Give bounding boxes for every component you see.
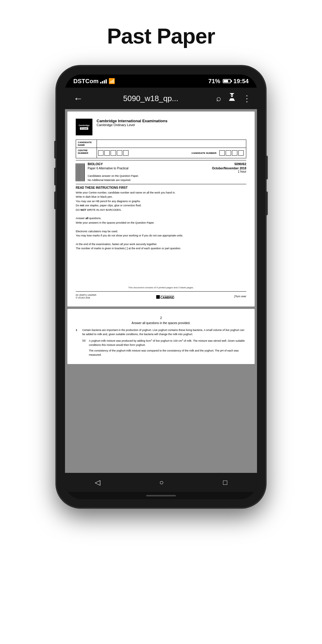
exam-paper-row: Paper 6 Alternative to Practical October… <box>88 167 246 173</box>
wifi-icon: 📶 <box>109 78 115 84</box>
instr-3: You may use an HB pencil for any diagram… <box>76 199 246 203</box>
exam-duration: 1 hour <box>212 170 246 173</box>
footer-ucles: © UCLES 2018 <box>76 296 96 299</box>
page2-instructions: Answer all questions in the spaces provi… <box>76 321 246 325</box>
svg-text:International Examinations: International Examinations <box>160 295 174 296</box>
instr-10: At the end of the examination, fasten al… <box>76 242 246 246</box>
instr-5: DO NOT WRITE IN ANY BARCODES. <box>76 208 246 212</box>
instructions-list: Write your Centre number, candidate numb… <box>76 191 246 250</box>
footer-dc: DC (KN/FC) 144250/5 <box>76 294 96 297</box>
back-button[interactable]: ← <box>71 92 85 105</box>
candidate-number-boxes <box>218 149 245 157</box>
cambridge-sub-title: Cambridge Ordinary Level <box>97 123 168 127</box>
signal-icon <box>100 79 107 83</box>
exam-info-area: BIOLOGY 5090/62 Paper 6 Alternative to P… <box>76 162 246 182</box>
recents-nav-button[interactable]: □ <box>216 476 235 489</box>
app-bar-title: 5090_w18_qp... <box>90 94 211 103</box>
logo-text: Cambridge <box>79 124 90 127</box>
info-line2: No Additional Materials are required. <box>88 178 246 182</box>
exam-subject-row: BIOLOGY 5090/62 <box>88 162 246 166</box>
barcode <box>76 163 85 181</box>
drive-upload-icon[interactable] <box>227 93 237 104</box>
cambridge-logo: Cambridge O Level <box>76 119 92 135</box>
cambridge-title-block: Cambridge International Examinations Cam… <box>97 119 168 127</box>
app-bar-icons: ⌕ ⋮ <box>216 93 251 104</box>
q1-content: Certain bacteria are important in the pr… <box>82 328 246 357</box>
cambridge-main-title: Cambridge International Examinations <box>97 119 168 123</box>
centre-row: CENTRE NUMBER CANDIDATE NUMBER <box>76 148 246 158</box>
svg-text:CAMBRIDGE: CAMBRIDGE <box>160 296 174 299</box>
instr-9: You may lose marks if you do not show yo… <box>76 233 246 238</box>
instr-8: Electronic calculators may be used. <box>76 229 246 233</box>
candidate-name-label: CANDIDATE NAME <box>76 140 97 148</box>
q1a-text: A yoghurt-milk mixture was produced by a… <box>89 339 246 347</box>
doc-page-2: 2 Answer all questions in the spaces pro… <box>67 309 255 364</box>
page-title: Past Paper <box>107 24 215 48</box>
battery-icon <box>223 79 231 83</box>
centre-number-label: CENTRE NUMBER <box>76 148 97 158</box>
instr-11: The number of marks is given in brackets… <box>76 246 246 250</box>
q1a-label: (a) <box>82 339 86 357</box>
status-left: DSTCom 📶 <box>73 78 115 85</box>
phone-wrapper: DSTCom 📶 71% 19:54 ← 5090_w18_qp.. <box>57 66 265 507</box>
centre-number-boxes <box>97 148 130 158</box>
home-nav-button[interactable]: ○ <box>152 476 171 489</box>
page2-number: 2 <box>76 316 246 320</box>
phone-screen: DSTCom 📶 71% 19:54 ← 5090_w18_qp.. <box>65 75 257 499</box>
instr-4: Do not use staples, paper clips, glue or… <box>76 203 246 208</box>
footer-doc-info: This document consists of 9 printed page… <box>76 286 246 289</box>
battery-percent: 71% <box>208 78 220 85</box>
doc-page-1: Cambridge O Level Cambridge Internationa… <box>67 112 255 306</box>
q1a-sub-text: The consistency of the yoghurt-milk mixt… <box>89 349 246 357</box>
instr-6: Answer all questions. <box>76 216 246 220</box>
app-bar: ← 5090_w18_qp... ⌕ ⋮ <box>65 88 257 109</box>
divider-1 <box>76 160 246 160</box>
footer-left: DC (KN/FC) 144250/5 © UCLES 2018 <box>76 294 96 300</box>
q1a-content: A yoghurt-milk mixture was produced by a… <box>89 339 246 357</box>
instructions-title: READ THESE INSTRUCTIONS FIRST <box>76 186 246 189</box>
logo-badge: O Level <box>80 127 88 130</box>
cambridge-header: Cambridge O Level Cambridge Internationa… <box>76 119 246 135</box>
svg-rect-0 <box>156 295 160 299</box>
exam-subject: BIOLOGY <box>88 162 103 166</box>
back-nav-button[interactable]: ◁ <box>88 476 107 489</box>
candidate-name-input[interactable] <box>97 140 246 148</box>
instr-7: Write your answers in the spaces provide… <box>76 221 246 225</box>
home-indicator <box>65 492 257 499</box>
instr-1: Write your Centre number, candidate numb… <box>76 191 246 195</box>
candidate-name-row: CANDIDATE NAME <box>76 140 246 148</box>
q1a: (a) A yoghurt-milk mixture was produced … <box>82 339 246 357</box>
exam-paper: Paper 6 Alternative to Practical <box>88 167 129 173</box>
footer-center: CAMBRIDGE International Examinations <box>156 293 174 299</box>
divider-2 <box>76 184 246 184</box>
home-bar <box>146 495 176 496</box>
search-icon[interactable]: ⌕ <box>216 94 221 103</box>
phone-shell: DSTCom 📶 71% 19:54 ← 5090_w18_qp.. <box>57 66 265 507</box>
more-options-icon[interactable]: ⋮ <box>243 94 251 103</box>
question-1: 1 Certain bacteria are important in the … <box>76 328 246 357</box>
cambridge-footer-logo-icon: CAMBRIDGE International Examinations <box>156 293 174 299</box>
candidate-number-label: CANDIDATE NUMBER <box>191 152 216 154</box>
nav-bar: ◁ ○ □ <box>65 473 257 492</box>
candidate-section: CANDIDATE NAME CENTRE NUMBER <box>76 140 246 158</box>
document-scroll-area[interactable]: Cambridge O Level Cambridge Internationa… <box>65 109 257 473</box>
doc-footer: DC (KN/FC) 144250/5 © UCLES 2018 CAMBRID… <box>76 291 246 299</box>
candidate-number-area: CANDIDATE NUMBER <box>190 148 246 158</box>
time-label: 19:54 <box>233 78 249 85</box>
spacer <box>76 250 246 286</box>
q1-number: 1 <box>76 328 80 357</box>
carrier-label: DSTCom <box>73 78 98 85</box>
info-line1: Candidates answer on the Question Paper. <box>88 174 246 178</box>
status-right: 71% 19:54 <box>208 78 249 85</box>
exam-code: 5090/62 <box>234 162 246 166</box>
footer-turn-over: [Turn over <box>234 295 246 298</box>
exam-details: Candidates answer on the Question Paper.… <box>88 174 246 182</box>
status-bar: DSTCom 📶 71% 19:54 <box>65 75 257 88</box>
q1-text: Certain bacteria are important in the pr… <box>82 328 246 336</box>
exam-date: October/November 2018 <box>212 167 246 170</box>
instr-2: Write in dark blue or black pen. <box>76 195 246 199</box>
